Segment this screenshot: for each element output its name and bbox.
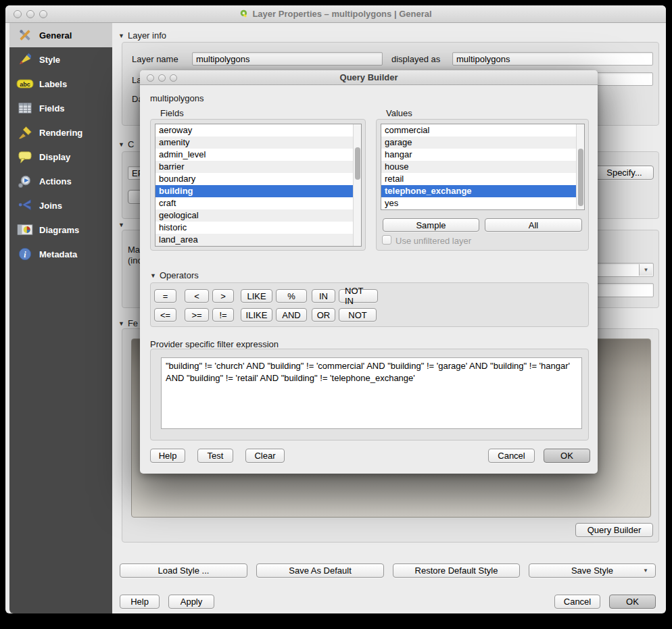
scale-visibility-header[interactable]: ▼ (118, 220, 128, 230)
qb-clear-button[interactable]: Clear (245, 449, 285, 463)
brush-icon (16, 124, 34, 141)
sidebar-item-style[interactable]: Style (9, 47, 112, 72)
list-item[interactable]: retail (381, 173, 584, 185)
table-icon (16, 100, 34, 116)
op-or-button[interactable]: OR (312, 308, 335, 322)
dialog-titlebar: Query Builder (140, 70, 598, 85)
list-item[interactable]: garage (381, 136, 584, 149)
list-item[interactable]: admin_level (155, 149, 361, 161)
op-eq-button[interactable]: = (154, 289, 176, 303)
list-item[interactable]: barrier (155, 161, 361, 173)
op-and-button[interactable]: AND (276, 308, 307, 322)
op-le-button[interactable]: <= (154, 308, 176, 322)
fields-list[interactable]: aeroway amenity admin_level barrier boun… (155, 124, 362, 247)
op-lt-button[interactable]: < (185, 289, 209, 303)
list-item[interactable]: commercial (381, 124, 584, 136)
list-item[interactable]: amenity (155, 136, 361, 149)
sidebar-item-label: General (39, 30, 72, 41)
sidebar-item-joins[interactable]: Joins (9, 193, 112, 218)
filter-panel: "building" != 'church' AND "building" !=… (150, 349, 589, 441)
op-ilike-button[interactable]: ILIKE (241, 308, 272, 322)
feature-subset-header[interactable]: ▼Fe (118, 318, 138, 328)
layer-info-header[interactable]: ▼Layer info (118, 30, 166, 41)
filter-expression-input[interactable]: "building" != 'church' AND "building" !=… (161, 357, 582, 429)
sidebar-item-label: Metadata (39, 249, 77, 259)
op-pct-button[interactable]: % (276, 289, 307, 303)
collapse-triangle-icon: ▼ (118, 222, 124, 228)
qb-help-button[interactable]: Help (150, 449, 185, 463)
qgis-icon (239, 9, 249, 18)
collapse-triangle-icon: ▼ (118, 320, 124, 327)
main-titlebar: Layer Properties – multipolygons | Gener… (5, 5, 666, 23)
values-scrollbar[interactable] (576, 124, 584, 209)
operators-header[interactable]: ▼Operators (150, 270, 199, 280)
displayed-as-label: displayed as (391, 54, 440, 64)
help-button[interactable]: Help (120, 595, 160, 609)
cancel-button[interactable]: Cancel (554, 595, 600, 609)
list-item[interactable]: craft (155, 197, 361, 209)
collapse-triangle-icon: ▼ (118, 32, 124, 39)
load-style-button[interactable]: Load Style ... (120, 563, 247, 578)
all-button[interactable]: All (485, 218, 582, 232)
tools-icon (16, 27, 34, 43)
window-title: Layer Properties – multipolygons | Gener… (5, 9, 666, 19)
scrollbar-thumb[interactable] (355, 147, 360, 180)
restore-default-style-button[interactable]: Restore Default Style (393, 563, 520, 578)
save-style-dropdown-button[interactable]: Save Style▼ (529, 563, 656, 578)
op-ge-button[interactable]: >= (185, 308, 209, 322)
list-item[interactable]: boundary (155, 173, 361, 185)
layer-name-input[interactable] (192, 52, 383, 66)
qb-test-button[interactable]: Test (197, 449, 233, 463)
list-item-selected[interactable]: building (155, 185, 361, 197)
use-unfiltered-label: Use unfiltered layer (395, 236, 471, 246)
op-ne-button[interactable]: != (212, 308, 234, 322)
qb-ok-button[interactable]: OK (544, 449, 590, 463)
fields-panel: aeroway amenity admin_level barrier boun… (150, 119, 366, 251)
scrollbar-thumb[interactable] (578, 149, 583, 206)
op-like-button[interactable]: LIKE (241, 289, 272, 303)
list-item[interactable]: yes (381, 197, 584, 209)
sidebar-item-actions[interactable]: Actions (9, 169, 112, 193)
datasource-label: multipolygons (150, 93, 204, 103)
sidebar-item-diagrams[interactable]: Diagrams (9, 218, 112, 242)
apply-button[interactable]: Apply (168, 595, 214, 609)
speech-bubble-icon (16, 149, 34, 165)
sidebar-item-rendering[interactable]: Rendering (9, 120, 112, 145)
sidebar-item-label: Fields (39, 103, 65, 114)
diagram-icon (16, 222, 34, 238)
info-icon: i (16, 246, 34, 262)
op-not-button[interactable]: NOT (339, 308, 377, 322)
sidebar-item-general[interactable]: General (9, 23, 112, 47)
sidebar-item-display[interactable]: Display (9, 145, 112, 169)
op-in-button[interactable]: IN (312, 289, 335, 303)
sample-button[interactable]: Sample (383, 218, 479, 232)
list-item[interactable]: geological (155, 209, 361, 222)
list-item[interactable]: aeroway (155, 124, 361, 136)
displayed-as-input[interactable] (452, 52, 653, 66)
gear-action-icon (16, 173, 34, 189)
sidebar-item-labels[interactable]: abc Labels (9, 72, 112, 96)
crs-header[interactable]: ▼C (118, 139, 134, 149)
query-builder-button[interactable]: Query Builder (575, 523, 653, 537)
list-item-selected[interactable]: telephone_exchange (381, 185, 584, 197)
list-item[interactable]: historic (155, 222, 361, 234)
operators-panel: = < > LIKE % IN NOT IN <= >= != ILIKE AN… (150, 282, 589, 327)
qb-cancel-button[interactable]: Cancel (488, 449, 535, 463)
ok-button[interactable]: OK (609, 595, 656, 609)
fields-scrollbar[interactable] (353, 124, 361, 246)
save-as-default-button[interactable]: Save As Default (256, 563, 384, 578)
op-notin-button[interactable]: NOT IN (339, 289, 378, 303)
op-gt-button[interactable]: > (212, 289, 234, 303)
query-builder-dialog: Query Builder multipolygons Fields Value… (140, 70, 598, 474)
sidebar-item-label: Rendering (39, 128, 82, 138)
sidebar-item-label: Style (39, 55, 60, 65)
sidebar-item-fields[interactable]: Fields (9, 96, 112, 120)
list-item[interactable]: land_area (155, 234, 361, 246)
list-item[interactable]: house (381, 161, 584, 173)
sidebar-item-metadata[interactable]: i Metadata (9, 242, 112, 266)
list-item[interactable]: hangar (381, 149, 584, 161)
values-list[interactable]: commercial garage hangar house retail te… (381, 124, 585, 210)
use-unfiltered-checkbox[interactable] (382, 235, 391, 245)
sidebar-item-label: Display (39, 152, 70, 162)
specify-crs-button[interactable]: Specify... (595, 166, 654, 180)
